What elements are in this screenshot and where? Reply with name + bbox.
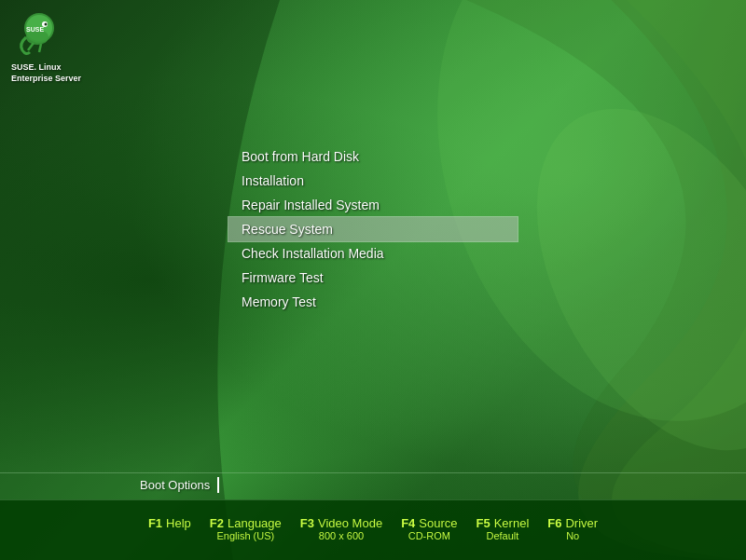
function-keys-bar: F1HelpF2LanguageEnglish (US)F3Video Mode… xyxy=(0,499,746,560)
logo-text: SUSE. Linux Enterprise Server xyxy=(11,62,81,84)
fkey-name-f4: Source xyxy=(419,516,457,530)
boot-options-label: Boot Options xyxy=(140,478,210,492)
svg-line-7 xyxy=(28,43,34,50)
menu-item-firmware-test[interactable]: Firmware Test xyxy=(228,266,518,290)
fkey-name-f6: Driver xyxy=(565,516,598,530)
fkey-f4[interactable]: F4 xyxy=(401,516,415,530)
fkey-group-f4[interactable]: F4SourceCD-ROM xyxy=(401,516,457,541)
fkey-group-f6[interactable]: F6DriverNo xyxy=(547,516,598,541)
svg-line-8 xyxy=(39,44,41,52)
boot-options-bar: Boot Options xyxy=(0,472,746,497)
fkey-group-f1[interactable]: F1Help xyxy=(148,516,191,541)
fkey-value-f6: No xyxy=(566,530,579,541)
fkey-name-f1: Help xyxy=(166,516,191,530)
menu-item-check-media[interactable]: Check Installation Media xyxy=(228,241,518,266)
menu-item-installation[interactable]: Installation xyxy=(228,169,518,193)
fkey-group-f2[interactable]: F2LanguageEnglish (US) xyxy=(210,516,282,541)
fkey-value-f5: Default xyxy=(486,530,518,541)
boot-menu: Boot from Hard DiskInstallationRepair In… xyxy=(228,144,518,314)
svg-text:SUSE: SUSE xyxy=(26,26,44,33)
fkey-f3[interactable]: F3 xyxy=(300,516,314,530)
suse-logo-icon: SUSE xyxy=(11,11,67,62)
boot-options-input[interactable] xyxy=(217,477,590,493)
fkey-f6[interactable]: F6 xyxy=(547,516,561,530)
menu-item-repair[interactable]: Repair Installed System xyxy=(228,193,518,217)
fkey-value-f4: CD-ROM xyxy=(408,530,450,541)
fkey-name-f3: Video Mode xyxy=(318,516,382,530)
svg-point-5 xyxy=(45,23,48,26)
menu-item-boot-hard-disk[interactable]: Boot from Hard Disk xyxy=(228,144,518,169)
logo: SUSE SUSE. Linux Enterprise Server xyxy=(11,11,81,84)
fkey-name-f5: Kernel xyxy=(494,516,530,530)
fkey-f2[interactable]: F2 xyxy=(210,516,224,530)
fkeys-line1: F1HelpF2LanguageEnglish (US)F3Video Mode… xyxy=(9,516,737,541)
menu-item-memory-test[interactable]: Memory Test xyxy=(228,290,518,314)
fkey-group-f3[interactable]: F3Video Mode800 x 600 xyxy=(300,516,382,541)
fkey-value-f2: English (US) xyxy=(216,530,274,541)
fkey-value-f3: 800 x 600 xyxy=(319,530,364,541)
fkey-name-f2: Language xyxy=(228,516,282,530)
fkey-f5[interactable]: F5 xyxy=(477,516,490,530)
fkey-group-f5[interactable]: F5KernelDefault xyxy=(477,516,530,541)
fkey-f1[interactable]: F1 xyxy=(148,516,162,530)
menu-item-rescue[interactable]: Rescue System xyxy=(228,217,518,241)
